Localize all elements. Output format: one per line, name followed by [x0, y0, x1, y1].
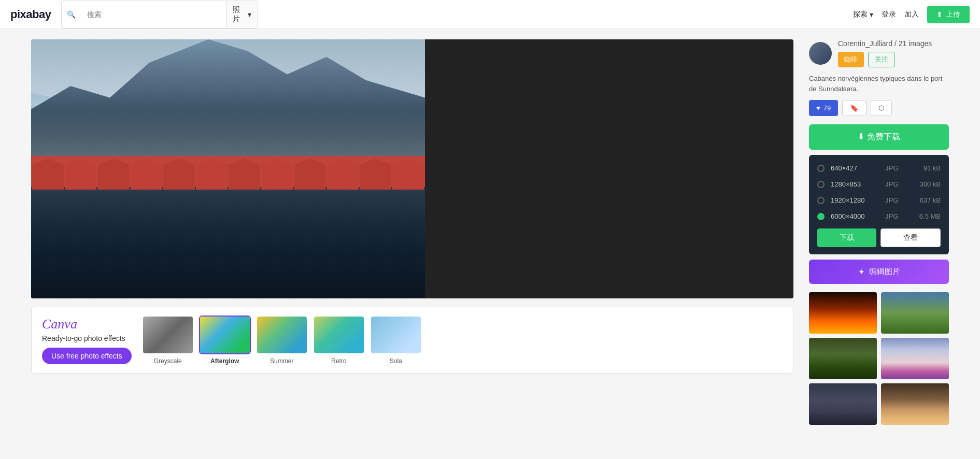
main-image-wrap [31, 39, 793, 298]
option-format-640: JPG [885, 164, 906, 172]
explore-button[interactable]: 探索 ▾ [853, 10, 873, 19]
main-image-bg [31, 39, 425, 298]
bookmark-button[interactable]: 🔖 [842, 100, 867, 116]
option-size-640: 640×427 [831, 164, 879, 172]
like-button[interactable]: ♥ 79 [809, 100, 838, 116]
thumb-sunset[interactable] [809, 292, 877, 334]
effect-afterglow[interactable]: Afterglow [199, 315, 251, 365]
canva-logo: Canva [42, 317, 132, 332]
effect-thumb-retro [313, 315, 365, 354]
upload-icon: ⬆ [936, 10, 943, 19]
thumb-field[interactable] [881, 292, 949, 334]
option-format-6000: JPG [885, 212, 906, 220]
login-button[interactable]: 登录 [882, 10, 896, 19]
share-button[interactable]: ⬡ [871, 100, 892, 116]
effect-label-greyscale: Greyscale [154, 357, 182, 365]
chevron-down-icon: ▾ [248, 10, 251, 19]
effect-thumb-afterglow [199, 315, 251, 354]
action-row: ♥ 79 🔖 ⬡ [809, 100, 949, 116]
cabins-row [31, 159, 425, 190]
download-option-640[interactable]: 640×427 JPG 91 kB [809, 160, 949, 176]
effect-retro[interactable]: Retro [313, 315, 365, 365]
avatar-image [809, 42, 832, 65]
use-free-effects-button[interactable]: Use free photo effects [42, 348, 132, 364]
search-input[interactable] [81, 6, 226, 23]
thumb-grid [809, 292, 949, 425]
coffee-button[interactable]: 咖啡 [838, 52, 864, 67]
effect-label-afterglow: Afterglow [210, 357, 239, 365]
download-main-button[interactable]: ⬇ 免费下载 [809, 124, 949, 150]
edit-icon: ✦ [858, 267, 865, 277]
left-panel: Canva Ready-to-go photo effects Use free… [31, 39, 793, 425]
radio-1920[interactable] [817, 197, 825, 204]
share-icon: ⬡ [878, 104, 884, 112]
effect-thumb-summer [256, 315, 308, 354]
download-option-6000[interactable]: 6000×4000 JPG 6.5 MB [809, 208, 949, 224]
search-bar: 🔍 照片 ▾ [61, 1, 258, 28]
effect-summer[interactable]: Summer [256, 315, 308, 365]
option-size-1280: 1280×853 [831, 180, 879, 188]
dl-action-row: 下载 查看 [809, 224, 949, 249]
thumb-forest[interactable] [809, 338, 877, 379]
photo-dropdown[interactable]: 照片 ▾ [226, 1, 258, 28]
header-right: 探索 ▾ 登录 加入 ⬆ 上传 [853, 6, 970, 23]
radio-1280[interactable] [817, 181, 825, 188]
author-row: Corentin_Julliard / 21 images 咖啡 关注 [809, 39, 949, 67]
search-icon: 🔍 [62, 6, 81, 23]
effects-strip: Greyscale Afterglow Summer [142, 315, 422, 365]
download-option-1920[interactable]: 1920×1280 JPG 637 kB [809, 192, 949, 208]
option-filesize-1280: 300 kB [912, 180, 941, 188]
dl-button[interactable]: 下载 [817, 228, 876, 247]
canva-subtitle: Ready-to-go photo effects [42, 334, 132, 342]
option-filesize-1920: 637 kB [912, 196, 941, 204]
edit-image-button[interactable]: ✦ 编辑图片 [809, 260, 949, 284]
main-content: Canva Ready-to-go photo effects Use free… [0, 29, 980, 435]
effect-sola[interactable]: Sola [370, 315, 422, 365]
water-reflection [31, 190, 425, 298]
download-dropdown: 640×427 JPG 91 kB 1280×853 JPG 300 kB 19… [809, 155, 949, 254]
thumb-mountain-dark[interactable] [809, 383, 877, 425]
option-format-1280: JPG [885, 180, 906, 188]
description: Cabanes norvégiennes typiques dans le po… [809, 74, 949, 94]
option-size-6000: 6000×4000 [831, 212, 879, 220]
view-button[interactable]: 查看 [880, 228, 941, 247]
effect-label-retro: Retro [331, 357, 346, 365]
effect-thumb-sola [370, 315, 422, 354]
effect-greyscale[interactable]: Greyscale [142, 315, 194, 365]
upload-button[interactable]: ⬆ 上传 [927, 6, 970, 23]
effect-label-sola: Sola [390, 357, 402, 365]
bookmark-icon: 🔖 [850, 104, 859, 112]
thumb-mountain-gold[interactable] [881, 383, 949, 425]
author-info: Corentin_Julliard / 21 images 咖啡 关注 [838, 39, 932, 67]
option-format-1920: JPG [885, 196, 906, 204]
right-panel: Corentin_Julliard / 21 images 咖啡 关注 Caba… [809, 39, 949, 425]
effect-thumb-greyscale [142, 315, 194, 354]
chevron-down-icon: ▾ [870, 10, 873, 19]
radio-640[interactable] [817, 165, 825, 172]
follow-button[interactable]: 关注 [868, 52, 895, 67]
radio-6000[interactable] [817, 213, 825, 220]
join-button[interactable]: 加入 [904, 10, 919, 19]
option-filesize-6000: 6.5 MB [912, 212, 941, 220]
download-option-1280[interactable]: 1280×853 JPG 300 kB [809, 176, 949, 192]
logo: pixabay [10, 8, 51, 21]
author-actions: 咖啡 关注 [838, 52, 932, 67]
canva-section: Canva Ready-to-go photo effects Use free… [31, 307, 793, 374]
canva-left: Canva Ready-to-go photo effects Use free… [42, 317, 132, 364]
effect-label-summer: Summer [270, 357, 293, 365]
avatar [809, 42, 832, 65]
thumb-mountain-flowers[interactable] [881, 338, 949, 379]
main-image [31, 39, 425, 298]
heart-icon: ♥ [816, 104, 820, 112]
author-name: Corentin_Julliard / 21 images [838, 39, 932, 48]
header: pixabay 🔍 照片 ▾ 探索 ▾ 登录 加入 ⬆ 上传 [0, 0, 980, 29]
option-filesize-640: 91 kB [912, 164, 941, 172]
option-size-1920: 1920×1280 [831, 196, 879, 204]
